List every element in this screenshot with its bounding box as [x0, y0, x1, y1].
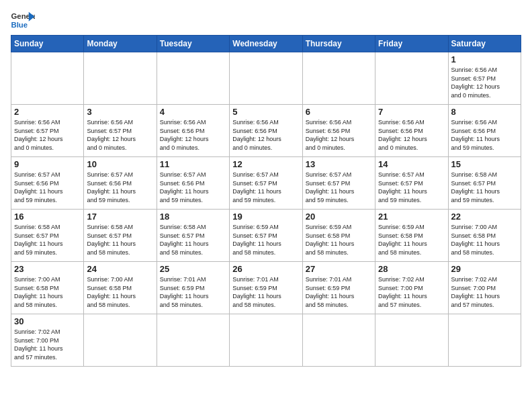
day-number: 5	[232, 107, 299, 117]
calendar-cell	[448, 314, 521, 367]
calendar-cell	[302, 52, 375, 105]
weekday-header-saturday: Saturday	[448, 36, 521, 52]
day-info: Sunrise: 6:59 AM Sunset: 6:58 PM Dayligh…	[378, 223, 445, 257]
day-number: 22	[451, 212, 518, 222]
calendar-cell: 17Sunrise: 6:58 AM Sunset: 6:57 PM Dayli…	[84, 210, 157, 262]
day-info: Sunrise: 6:57 AM Sunset: 6:57 PM Dayligh…	[306, 171, 372, 204]
day-number: 8	[451, 107, 518, 117]
day-number: 10	[87, 159, 153, 169]
day-number: 7	[378, 107, 445, 117]
calendar-cell: 2Sunrise: 6:56 AM Sunset: 6:57 PM Daylig…	[11, 105, 84, 157]
calendar-cell: 20Sunrise: 6:59 AM Sunset: 6:58 PM Dayli…	[302, 210, 375, 262]
day-number: 14	[378, 159, 445, 169]
calendar-cell	[230, 314, 302, 367]
calendar-cell	[11, 52, 84, 105]
day-number: 19	[232, 212, 299, 222]
calendar-cell: 4Sunrise: 6:56 AM Sunset: 6:56 PM Daylig…	[157, 105, 229, 157]
weekday-header-tuesday: Tuesday	[157, 36, 229, 52]
calendar-cell: 27Sunrise: 7:01 AM Sunset: 6:59 PM Dayli…	[302, 262, 375, 314]
calendar-cell: 29Sunrise: 7:02 AM Sunset: 7:00 PM Dayli…	[448, 262, 521, 314]
week-row-6: 30Sunrise: 7:02 AM Sunset: 7:00 PM Dayli…	[11, 314, 521, 367]
calendar-cell: 25Sunrise: 7:01 AM Sunset: 6:59 PM Dayli…	[157, 262, 229, 314]
day-number: 29	[451, 264, 518, 274]
day-info: Sunrise: 6:56 AM Sunset: 6:57 PM Dayligh…	[14, 118, 81, 152]
day-info: Sunrise: 6:58 AM Sunset: 6:57 PM Dayligh…	[451, 171, 518, 204]
day-number: 25	[160, 264, 226, 274]
day-number: 9	[14, 159, 81, 169]
day-number: 11	[160, 159, 226, 169]
logo: General Blue	[11, 11, 35, 30]
day-number: 12	[232, 159, 299, 169]
day-number: 13	[306, 159, 372, 169]
calendar-cell: 11Sunrise: 6:57 AM Sunset: 6:56 PM Dayli…	[157, 157, 229, 210]
day-number: 1	[451, 54, 518, 64]
calendar-cell: 8Sunrise: 6:56 AM Sunset: 6:56 PM Daylig…	[448, 105, 521, 157]
svg-text:Blue: Blue	[11, 21, 28, 29]
calendar-body: 1Sunrise: 6:56 AM Sunset: 6:57 PM Daylig…	[11, 52, 521, 367]
calendar-cell: 16Sunrise: 6:58 AM Sunset: 6:57 PM Dayli…	[11, 210, 84, 262]
weekday-header-monday: Monday	[84, 36, 157, 52]
calendar-cell	[157, 314, 229, 367]
calendar-cell	[157, 52, 229, 105]
calendar-cell: 15Sunrise: 6:58 AM Sunset: 6:57 PM Dayli…	[448, 157, 521, 210]
day-info: Sunrise: 6:58 AM Sunset: 6:57 PM Dayligh…	[87, 223, 153, 257]
calendar-cell	[84, 314, 157, 367]
day-number: 26	[232, 264, 299, 274]
day-number: 21	[378, 212, 445, 222]
calendar-cell: 12Sunrise: 6:57 AM Sunset: 6:57 PM Dayli…	[230, 157, 302, 210]
calendar-cell	[230, 52, 302, 105]
day-number: 28	[378, 264, 445, 274]
day-info: Sunrise: 7:02 AM Sunset: 7:00 PM Dayligh…	[451, 275, 518, 309]
calendar-cell: 7Sunrise: 6:56 AM Sunset: 6:56 PM Daylig…	[375, 105, 448, 157]
day-number: 17	[87, 212, 153, 222]
day-number: 2	[14, 107, 81, 117]
calendar-cell: 24Sunrise: 7:00 AM Sunset: 6:58 PM Dayli…	[84, 262, 157, 314]
day-info: Sunrise: 7:01 AM Sunset: 6:59 PM Dayligh…	[306, 275, 372, 309]
calendar-cell: 22Sunrise: 7:00 AM Sunset: 6:58 PM Dayli…	[448, 210, 521, 262]
day-number: 4	[160, 107, 226, 117]
day-info: Sunrise: 6:59 AM Sunset: 6:57 PM Dayligh…	[232, 223, 299, 257]
day-info: Sunrise: 6:56 AM Sunset: 6:57 PM Dayligh…	[451, 66, 518, 99]
day-info: Sunrise: 6:56 AM Sunset: 6:56 PM Dayligh…	[232, 118, 299, 152]
day-info: Sunrise: 6:58 AM Sunset: 6:57 PM Dayligh…	[14, 223, 81, 257]
calendar-cell: 21Sunrise: 6:59 AM Sunset: 6:58 PM Dayli…	[375, 210, 448, 262]
weekday-header-row: SundayMondayTuesdayWednesdayThursdayFrid…	[11, 36, 521, 52]
day-info: Sunrise: 6:57 AM Sunset: 6:57 PM Dayligh…	[232, 171, 299, 204]
calendar-cell	[375, 314, 448, 367]
calendar-cell: 3Sunrise: 6:56 AM Sunset: 6:57 PM Daylig…	[84, 105, 157, 157]
calendar-cell	[302, 314, 375, 367]
week-row-1: 1Sunrise: 6:56 AM Sunset: 6:57 PM Daylig…	[11, 52, 521, 105]
calendar-cell: 19Sunrise: 6:59 AM Sunset: 6:57 PM Dayli…	[230, 210, 302, 262]
calendar-cell: 18Sunrise: 6:58 AM Sunset: 6:57 PM Dayli…	[157, 210, 229, 262]
day-info: Sunrise: 6:59 AM Sunset: 6:58 PM Dayligh…	[306, 223, 372, 257]
day-number: 15	[451, 159, 518, 169]
day-info: Sunrise: 7:00 AM Sunset: 6:58 PM Dayligh…	[87, 275, 153, 309]
day-info: Sunrise: 7:01 AM Sunset: 6:59 PM Dayligh…	[160, 275, 226, 309]
day-number: 23	[14, 264, 81, 274]
day-info: Sunrise: 6:57 AM Sunset: 6:56 PM Dayligh…	[14, 171, 81, 204]
day-number: 16	[14, 212, 81, 222]
calendar-cell: 5Sunrise: 6:56 AM Sunset: 6:56 PM Daylig…	[230, 105, 302, 157]
day-info: Sunrise: 7:00 AM Sunset: 6:58 PM Dayligh…	[451, 223, 518, 257]
day-number: 24	[87, 264, 153, 274]
day-info: Sunrise: 6:56 AM Sunset: 6:56 PM Dayligh…	[451, 118, 518, 152]
day-info: Sunrise: 6:56 AM Sunset: 6:56 PM Dayligh…	[306, 118, 372, 152]
calendar-cell	[84, 52, 157, 105]
day-info: Sunrise: 6:56 AM Sunset: 6:57 PM Dayligh…	[87, 118, 153, 152]
day-number: 18	[160, 212, 226, 222]
calendar-cell: 28Sunrise: 7:02 AM Sunset: 7:00 PM Dayli…	[375, 262, 448, 314]
calendar-cell	[375, 52, 448, 105]
logo-icon: General Blue	[11, 11, 35, 30]
week-row-5: 23Sunrise: 7:00 AM Sunset: 6:58 PM Dayli…	[11, 262, 521, 314]
day-info: Sunrise: 7:00 AM Sunset: 6:58 PM Dayligh…	[14, 275, 81, 309]
calendar-cell: 9Sunrise: 6:57 AM Sunset: 6:56 PM Daylig…	[11, 157, 84, 210]
day-info: Sunrise: 6:56 AM Sunset: 6:56 PM Dayligh…	[160, 118, 226, 152]
calendar-cell: 26Sunrise: 7:01 AM Sunset: 6:59 PM Dayli…	[230, 262, 302, 314]
weekday-header-friday: Friday	[375, 36, 448, 52]
calendar-cell: 23Sunrise: 7:00 AM Sunset: 6:58 PM Dayli…	[11, 262, 84, 314]
day-number: 6	[306, 107, 372, 117]
header: General Blue	[11, 11, 521, 30]
day-info: Sunrise: 6:56 AM Sunset: 6:56 PM Dayligh…	[378, 118, 445, 152]
day-info: Sunrise: 7:01 AM Sunset: 6:59 PM Dayligh…	[232, 275, 299, 309]
weekday-header-sunday: Sunday	[11, 36, 84, 52]
